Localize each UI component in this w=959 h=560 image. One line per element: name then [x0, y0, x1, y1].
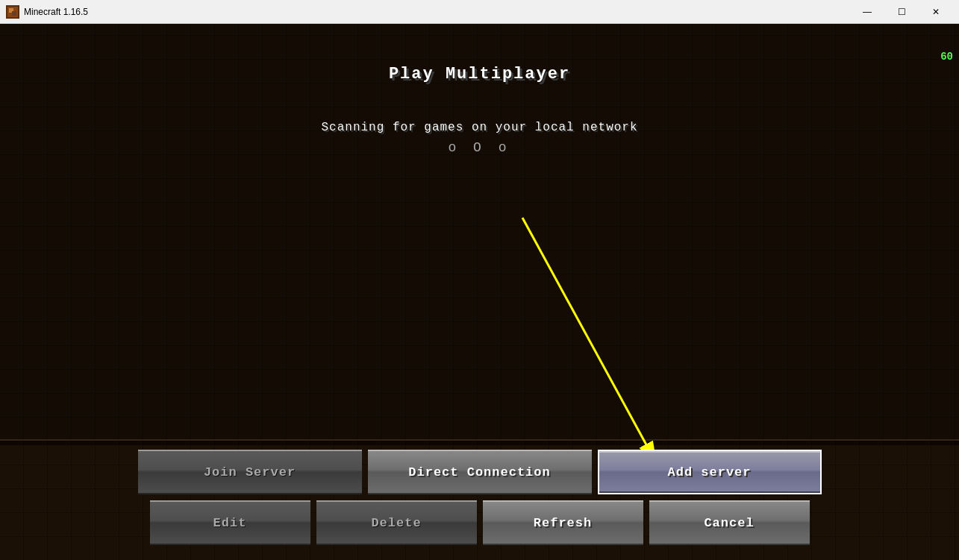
maximize-button[interactable]: ☐ [884, 0, 919, 24]
cancel-button[interactable]: Cancel [649, 500, 810, 545]
titlebar-controls: — ☐ ✕ [850, 0, 953, 24]
fps-counter: 60 [940, 51, 953, 63]
scanning-text: Scanning for games on your local network [321, 121, 637, 134]
delete-button[interactable]: Delete [316, 500, 477, 545]
game-area: 60 Play Multiplayer Scanning for games o… [0, 24, 959, 560]
close-button[interactable]: ✕ [919, 0, 953, 24]
titlebar-title: Minecraft 1.16.5 [24, 7, 88, 17]
button-row-1: Join Server Direct Connection Add server [138, 450, 822, 494]
refresh-button[interactable]: Refresh [483, 500, 643, 545]
titlebar: Minecraft 1.16.5 — ☐ ✕ [0, 0, 959, 24]
direct-connection-button[interactable]: Direct Connection [368, 450, 592, 494]
scanning-dots: o O o [321, 140, 637, 155]
button-area: Join Server Direct Connection Add server… [138, 450, 822, 545]
button-row-2: Edit Delete Refresh Cancel [150, 500, 810, 545]
join-server-button[interactable]: Join Server [138, 450, 362, 494]
titlebar-left: Minecraft 1.16.5 [6, 5, 88, 19]
page-title: Play Multiplayer [389, 65, 570, 84]
scanning-container: Scanning for games on your local network… [321, 121, 637, 155]
edit-button[interactable]: Edit [150, 500, 310, 545]
app-icon [6, 5, 19, 19]
minimize-button[interactable]: — [850, 0, 884, 24]
add-server-button[interactable]: Add server [598, 450, 822, 494]
